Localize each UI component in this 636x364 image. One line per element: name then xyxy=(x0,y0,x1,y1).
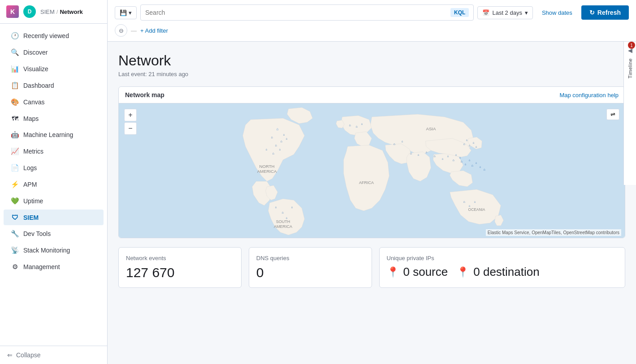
management-label: Management xyxy=(23,263,60,270)
map-marker: ⌂ xyxy=(469,144,471,147)
sidebar-item-dashboard[interactable]: 📋 Dashboard xyxy=(4,77,104,94)
dashboard-label: Dashboard xyxy=(23,82,54,89)
sidebar-item-discover[interactable]: 🔍 Discover xyxy=(4,44,104,60)
map-marker: ⌂ xyxy=(279,148,281,151)
maps-icon: 🗺 xyxy=(11,115,19,122)
map-marker: ⌂ xyxy=(476,145,477,148)
region-label-oceania: OCEANIA xyxy=(468,207,485,212)
region-label-asia: ASIA xyxy=(426,126,436,131)
map-zoom-out-button[interactable]: − xyxy=(124,122,137,135)
map-marker: ⌂ xyxy=(434,154,436,158)
sidebar-item-metrics[interactable]: 📈 Metrics xyxy=(4,143,104,159)
network-events-card: Network events 127 670 xyxy=(118,247,242,288)
map-marker: ⌂ xyxy=(286,216,288,219)
source-value: 0 source xyxy=(403,265,448,279)
search-input[interactable] xyxy=(145,9,450,16)
sidebar-item-canvas[interactable]: 🎨 Canvas xyxy=(4,94,104,110)
map-legend-button[interactable]: ⇌ xyxy=(606,109,619,120)
apm-icon: ⚡ xyxy=(11,180,19,188)
discover-icon: 🔍 xyxy=(11,48,19,56)
map-title: Network map xyxy=(125,91,164,98)
maps-label: Maps xyxy=(23,115,39,122)
network-events-label: Network events xyxy=(126,255,234,261)
map-marker: ⌂ xyxy=(472,163,473,167)
sidebar-item-siem[interactable]: 🛡 SIEM xyxy=(4,210,104,225)
page-content: 1 ◀ Timeline Network Last event: 21 minu… xyxy=(108,42,636,364)
machine-learning-label: Machine Learning xyxy=(23,131,73,138)
map-marker: ⌂ xyxy=(480,165,481,168)
map-marker: ⌂ xyxy=(473,141,475,144)
topbar: 💾 ▾ KQL 📅 Last 2 days ▾ Show dates ↻ Ref… xyxy=(108,0,636,42)
region-label-sa: SOUTH xyxy=(276,219,290,224)
discover-label: Discover xyxy=(23,49,48,56)
breadcrumb-current: Network xyxy=(60,9,82,15)
filter-separator: — xyxy=(131,27,137,34)
calendar-icon: 📅 xyxy=(482,9,489,16)
map-header: Network map Map configuration help xyxy=(119,87,625,103)
show-dates-button[interactable]: Show dates xyxy=(536,7,578,19)
sidebar-item-visualize[interactable]: 📊 Visualize xyxy=(4,61,104,77)
map-marker: ⌂ xyxy=(474,200,476,203)
search-box[interactable]: KQL xyxy=(140,4,474,21)
map-marker: ⌂ xyxy=(455,153,457,156)
map-marker: ⌂ xyxy=(469,204,471,207)
collapse-button[interactable]: ⇐ Collapse xyxy=(0,346,107,364)
date-picker-chevron: ▾ xyxy=(525,9,528,16)
map-marker: ⌂ xyxy=(394,142,395,146)
visualize-label: Visualize xyxy=(23,65,48,73)
sidebar-item-stack-monitoring[interactable]: 📡 Stack Monitoring xyxy=(4,242,104,258)
page-title: Network xyxy=(118,52,625,69)
map-marker: ⌂ xyxy=(465,163,467,166)
uptime-label: Uptime xyxy=(23,197,43,205)
save-button[interactable]: 💾 ▾ xyxy=(115,6,137,19)
map-marker: ⌂ xyxy=(349,123,351,127)
collapse-icon: ⇐ xyxy=(7,351,13,359)
apm-label: APM xyxy=(23,181,37,188)
date-range-label: Last 2 days xyxy=(492,9,522,16)
kql-badge[interactable]: KQL xyxy=(450,8,469,17)
sidebar-item-apm[interactable]: ⚡ APM xyxy=(4,176,104,193)
siem-label: SIEM xyxy=(23,214,39,221)
map-marker: ⌂ xyxy=(463,142,465,146)
topbar-row2: ⊖ — + Add filter xyxy=(115,24,629,37)
sidebar-item-uptime[interactable]: 💚 Uptime xyxy=(4,193,104,209)
sidebar-item-recently-viewed[interactable]: 🕐 Recently viewed xyxy=(4,28,104,44)
refresh-button[interactable]: ↻ Refresh xyxy=(581,5,629,20)
stats-grid: Network events 127 670 DNS queries 0 Uni… xyxy=(118,247,625,288)
dns-queries-value: 0 xyxy=(256,265,364,280)
main-content: 💾 ▾ KQL 📅 Last 2 days ▾ Show dates ↻ Ref… xyxy=(108,0,636,364)
date-picker[interactable]: 📅 Last 2 days ▾ xyxy=(477,6,533,19)
filter-icon: ⊖ xyxy=(119,27,124,34)
sidebar-item-machine-learning[interactable]: 🤖 Machine Learning xyxy=(4,127,104,143)
dns-queries-card: DNS queries 0 xyxy=(249,247,372,288)
sidebar-item-management[interactable]: ⚙ Management xyxy=(4,259,104,275)
dev-tools-label: Dev Tools xyxy=(23,230,51,237)
map-marker: ⌂ xyxy=(402,140,403,143)
network-events-value: 127 670 xyxy=(126,265,234,280)
timeline-label[interactable]: Timeline xyxy=(627,56,633,81)
dashboard-icon: 📋 xyxy=(11,81,19,90)
map-marker: ⌂ xyxy=(286,137,288,140)
map-marker: ⌂ xyxy=(275,143,277,147)
map-marker: ⌂ xyxy=(463,200,465,204)
map-marker: ⌂ xyxy=(453,158,454,162)
map-attribution: Elastic Maps Service, OpenMapTiles, Open… xyxy=(486,229,621,236)
filter-icon-button[interactable]: ⊖ xyxy=(115,24,127,37)
sidebar-item-logs[interactable]: 📄 Logs xyxy=(4,160,104,176)
map-zoom-in-button[interactable]: + xyxy=(124,109,137,121)
add-filter-button[interactable]: + Add filter xyxy=(140,27,168,34)
map-marker: ⌂ xyxy=(283,133,285,136)
kibana-logo-icon: K xyxy=(6,5,19,18)
sidebar-logo: K D SIEM / Network xyxy=(0,0,107,24)
canvas-icon: 🎨 xyxy=(11,98,19,106)
sidebar-item-dev-tools[interactable]: 🔧 Dev Tools xyxy=(4,226,104,242)
stack-monitoring-label: Stack Monitoring xyxy=(23,247,70,254)
user-avatar-small: D xyxy=(23,5,36,18)
dns-queries-label: DNS queries xyxy=(256,255,364,261)
save-icon: 💾 xyxy=(120,9,127,16)
map-config-link[interactable]: Map configuration help xyxy=(559,92,619,98)
breadcrumb-separator: / xyxy=(56,9,58,15)
map-marker: ⌂ xyxy=(418,153,420,156)
sidebar-item-maps[interactable]: 🗺 Maps xyxy=(4,111,104,126)
destination-ips: 📍 0 destination xyxy=(457,265,539,279)
